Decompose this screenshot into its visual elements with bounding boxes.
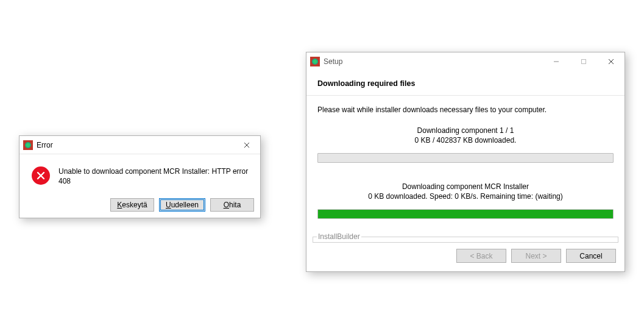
minimize-icon[interactable] [542, 52, 570, 71]
app-icon [23, 140, 33, 150]
titlebar[interactable]: Setup [306, 52, 625, 71]
close-icon[interactable] [597, 52, 625, 71]
error-dialog: Error Unable to download component MCR I… [19, 135, 261, 218]
next-button: Next > [511, 249, 561, 263]
mnemonic: U [166, 201, 171, 209]
label-rest: udelleen [171, 201, 199, 209]
page-heading: Downloading required files [306, 71, 625, 96]
window-controls [233, 136, 260, 154]
installer-brand: InstallBuilder [317, 232, 361, 241]
component-status-line2: 0 KB downloaded. Speed: 0 KB/s. Remainin… [317, 192, 614, 201]
label-rest: eskeytä [122, 201, 147, 209]
window-title: Setup [324, 57, 542, 66]
overall-status-line2: 0 KB / 402837 KB downloaded. [317, 136, 614, 145]
component-status-line1: Downloading component MCR Installer [317, 182, 614, 191]
instruction-text: Please wait while installer downloads ne… [317, 105, 614, 114]
overall-progress [317, 153, 614, 163]
maximize-icon [570, 52, 597, 71]
error-body: Unable to download component MCR Install… [19, 154, 260, 195]
error-message: Unable to download component MCR Install… [58, 165, 252, 186]
component-progress [317, 209, 614, 219]
mnemonic: K [117, 201, 122, 209]
error-button-row: Keskeytä Uudelleen Ohita [19, 195, 260, 218]
nav-button-row: < Back Next > Cancel [306, 243, 625, 271]
back-button: < Back [456, 249, 506, 263]
window-controls [542, 52, 625, 71]
overall-status-line1: Downloading component 1 / 1 [317, 126, 614, 135]
close-icon[interactable] [233, 136, 260, 154]
setup-body: Please wait while installer downloads ne… [306, 96, 625, 227]
setup-window: Setup Downloading required files Please … [306, 52, 625, 272]
titlebar[interactable]: Error [19, 136, 260, 154]
label-rest: hita [229, 201, 241, 209]
window-title: Error [37, 141, 233, 149]
component-progress-fill [318, 210, 613, 218]
ignore-button[interactable]: Ohita [210, 198, 254, 212]
retry-button[interactable]: Uudelleen [159, 198, 205, 212]
footer-group: InstallBuilder [313, 232, 618, 243]
error-icon [32, 166, 50, 185]
cancel-button[interactable]: Cancel [566, 249, 616, 263]
svg-rect-0 [581, 60, 586, 64]
mnemonic: O [224, 201, 229, 209]
abort-button[interactable]: Keskeytä [110, 198, 154, 212]
app-icon [310, 57, 320, 66]
